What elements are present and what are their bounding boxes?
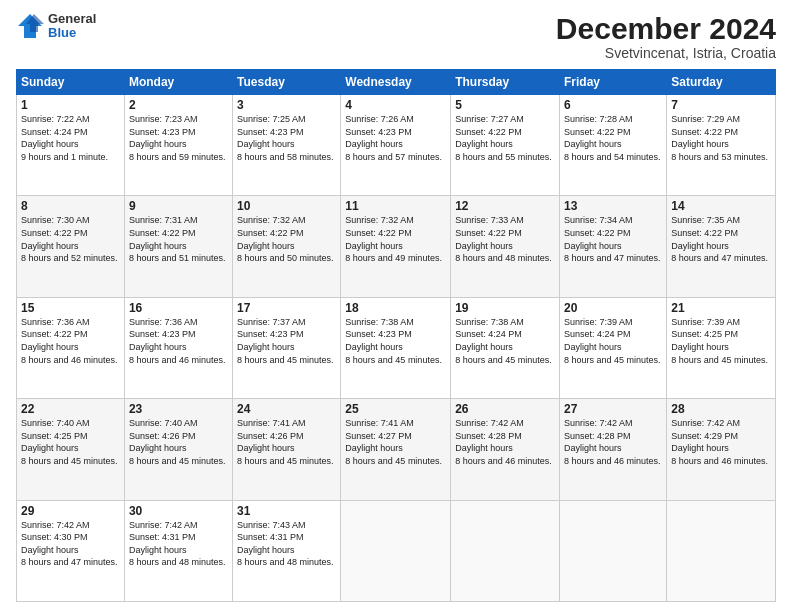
day-number: 25 [345,402,446,416]
day-info: Sunrise: 7:42 AM Sunset: 4:28 PM Dayligh… [455,417,555,467]
day-cell: 19 Sunrise: 7:38 AM Sunset: 4:24 PM Dayl… [451,297,560,398]
day-info: Sunrise: 7:32 AM Sunset: 4:22 PM Dayligh… [237,214,336,264]
day-cell: 3 Sunrise: 7:25 AM Sunset: 4:23 PM Dayli… [233,95,341,196]
day-info: Sunrise: 7:26 AM Sunset: 4:23 PM Dayligh… [345,113,446,163]
location-title: Svetvincenat, Istria, Croatia [556,45,776,61]
day-cell: 2 Sunrise: 7:23 AM Sunset: 4:23 PM Dayli… [124,95,232,196]
day-number: 26 [455,402,555,416]
day-cell [667,500,776,601]
day-cell: 7 Sunrise: 7:29 AM Sunset: 4:22 PM Dayli… [667,95,776,196]
day-info: Sunrise: 7:40 AM Sunset: 4:26 PM Dayligh… [129,417,228,467]
day-number: 4 [345,98,446,112]
day-number: 12 [455,199,555,213]
day-cell: 8 Sunrise: 7:30 AM Sunset: 4:22 PM Dayli… [17,196,125,297]
day-info: Sunrise: 7:41 AM Sunset: 4:27 PM Dayligh… [345,417,446,467]
day-info: Sunrise: 7:38 AM Sunset: 4:23 PM Dayligh… [345,316,446,366]
day-cell: 30 Sunrise: 7:42 AM Sunset: 4:31 PM Dayl… [124,500,232,601]
day-number: 31 [237,504,336,518]
col-sunday: Sunday [17,70,125,95]
day-number: 6 [564,98,662,112]
calendar-table: Sunday Monday Tuesday Wednesday Thursday… [16,69,776,602]
col-wednesday: Wednesday [341,70,451,95]
col-thursday: Thursday [451,70,560,95]
day-info: Sunrise: 7:36 AM Sunset: 4:22 PM Dayligh… [21,316,120,366]
day-info: Sunrise: 7:42 AM Sunset: 4:30 PM Dayligh… [21,519,120,569]
day-number: 20 [564,301,662,315]
logo-blue: Blue [48,26,96,40]
day-info: Sunrise: 7:23 AM Sunset: 4:23 PM Dayligh… [129,113,228,163]
day-number: 7 [671,98,771,112]
day-cell: 23 Sunrise: 7:40 AM Sunset: 4:26 PM Dayl… [124,399,232,500]
day-info: Sunrise: 7:39 AM Sunset: 4:25 PM Dayligh… [671,316,771,366]
col-tuesday: Tuesday [233,70,341,95]
day-number: 23 [129,402,228,416]
day-info: Sunrise: 7:37 AM Sunset: 4:23 PM Dayligh… [237,316,336,366]
day-cell: 25 Sunrise: 7:41 AM Sunset: 4:27 PM Dayl… [341,399,451,500]
week-row-2: 8 Sunrise: 7:30 AM Sunset: 4:22 PM Dayli… [17,196,776,297]
day-info: Sunrise: 7:29 AM Sunset: 4:22 PM Dayligh… [671,113,771,163]
day-cell: 31 Sunrise: 7:43 AM Sunset: 4:31 PM Dayl… [233,500,341,601]
day-info: Sunrise: 7:22 AM Sunset: 4:24 PM Dayligh… [21,113,120,163]
logo-general: General [48,12,96,26]
day-cell: 11 Sunrise: 7:32 AM Sunset: 4:22 PM Dayl… [341,196,451,297]
day-cell: 21 Sunrise: 7:39 AM Sunset: 4:25 PM Dayl… [667,297,776,398]
day-number: 9 [129,199,228,213]
week-row-1: 1 Sunrise: 7:22 AM Sunset: 4:24 PM Dayli… [17,95,776,196]
day-cell: 28 Sunrise: 7:42 AM Sunset: 4:29 PM Dayl… [667,399,776,500]
col-friday: Friday [560,70,667,95]
day-number: 24 [237,402,336,416]
day-cell: 15 Sunrise: 7:36 AM Sunset: 4:22 PM Dayl… [17,297,125,398]
day-number: 18 [345,301,446,315]
day-number: 22 [21,402,120,416]
day-info: Sunrise: 7:35 AM Sunset: 4:22 PM Dayligh… [671,214,771,264]
day-cell: 16 Sunrise: 7:36 AM Sunset: 4:23 PM Dayl… [124,297,232,398]
day-info: Sunrise: 7:39 AM Sunset: 4:24 PM Dayligh… [564,316,662,366]
day-info: Sunrise: 7:25 AM Sunset: 4:23 PM Dayligh… [237,113,336,163]
day-cell: 22 Sunrise: 7:40 AM Sunset: 4:25 PM Dayl… [17,399,125,500]
day-number: 11 [345,199,446,213]
day-number: 28 [671,402,771,416]
day-info: Sunrise: 7:43 AM Sunset: 4:31 PM Dayligh… [237,519,336,569]
month-title: December 2024 [556,12,776,45]
day-info: Sunrise: 7:42 AM Sunset: 4:28 PM Dayligh… [564,417,662,467]
day-number: 2 [129,98,228,112]
day-number: 5 [455,98,555,112]
day-number: 13 [564,199,662,213]
day-info: Sunrise: 7:31 AM Sunset: 4:22 PM Dayligh… [129,214,228,264]
week-row-5: 29 Sunrise: 7:42 AM Sunset: 4:30 PM Dayl… [17,500,776,601]
day-info: Sunrise: 7:42 AM Sunset: 4:29 PM Dayligh… [671,417,771,467]
day-cell [341,500,451,601]
page: General Blue December 2024 Svetvincenat,… [0,0,792,612]
day-info: Sunrise: 7:40 AM Sunset: 4:25 PM Dayligh… [21,417,120,467]
day-cell: 29 Sunrise: 7:42 AM Sunset: 4:30 PM Dayl… [17,500,125,601]
day-cell: 9 Sunrise: 7:31 AM Sunset: 4:22 PM Dayli… [124,196,232,297]
day-cell [560,500,667,601]
day-cell: 17 Sunrise: 7:37 AM Sunset: 4:23 PM Dayl… [233,297,341,398]
day-info: Sunrise: 7:28 AM Sunset: 4:22 PM Dayligh… [564,113,662,163]
day-cell: 6 Sunrise: 7:28 AM Sunset: 4:22 PM Dayli… [560,95,667,196]
day-number: 8 [21,199,120,213]
day-number: 3 [237,98,336,112]
day-number: 29 [21,504,120,518]
day-cell [451,500,560,601]
day-cell: 1 Sunrise: 7:22 AM Sunset: 4:24 PM Dayli… [17,95,125,196]
logo-icon [16,12,44,40]
day-info: Sunrise: 7:32 AM Sunset: 4:22 PM Dayligh… [345,214,446,264]
day-number: 21 [671,301,771,315]
day-info: Sunrise: 7:41 AM Sunset: 4:26 PM Dayligh… [237,417,336,467]
day-cell: 12 Sunrise: 7:33 AM Sunset: 4:22 PM Dayl… [451,196,560,297]
logo-text: General Blue [48,12,96,41]
day-number: 10 [237,199,336,213]
col-monday: Monday [124,70,232,95]
day-cell: 27 Sunrise: 7:42 AM Sunset: 4:28 PM Dayl… [560,399,667,500]
header: General Blue December 2024 Svetvincenat,… [16,12,776,61]
day-cell: 24 Sunrise: 7:41 AM Sunset: 4:26 PM Dayl… [233,399,341,500]
day-info: Sunrise: 7:42 AM Sunset: 4:31 PM Dayligh… [129,519,228,569]
week-row-4: 22 Sunrise: 7:40 AM Sunset: 4:25 PM Dayl… [17,399,776,500]
day-info: Sunrise: 7:34 AM Sunset: 4:22 PM Dayligh… [564,214,662,264]
day-cell: 20 Sunrise: 7:39 AM Sunset: 4:24 PM Dayl… [560,297,667,398]
day-info: Sunrise: 7:38 AM Sunset: 4:24 PM Dayligh… [455,316,555,366]
title-block: December 2024 Svetvincenat, Istria, Croa… [556,12,776,61]
day-info: Sunrise: 7:27 AM Sunset: 4:22 PM Dayligh… [455,113,555,163]
day-number: 1 [21,98,120,112]
